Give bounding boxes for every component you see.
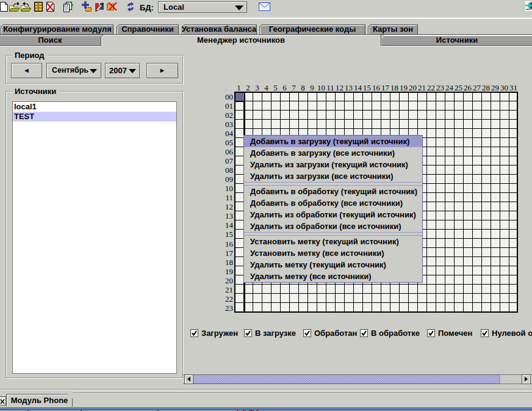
- svg-text:05: 05: [225, 138, 233, 147]
- svg-text:07: 07: [225, 156, 234, 165]
- svg-text:04: 04: [225, 129, 234, 138]
- svg-text:09: 09: [225, 175, 233, 184]
- svg-text:24: 24: [445, 83, 454, 92]
- svg-text:4: 4: [264, 83, 268, 92]
- svg-text:10: 10: [225, 184, 233, 193]
- svg-text:21: 21: [418, 83, 426, 92]
- svg-text:12: 12: [336, 83, 343, 92]
- svg-text:Менеджер источников: Менеджер источников: [197, 35, 285, 45]
- svg-text:13: 13: [225, 211, 233, 220]
- svg-text:3: 3: [255, 83, 259, 92]
- svg-text:Справочники: Справочники: [121, 24, 174, 34]
- svg-text:Конфигурирование модуля: Конфигурирование модуля: [3, 24, 112, 34]
- svg-text:21: 21: [225, 285, 233, 294]
- svg-text:30: 30: [500, 83, 508, 92]
- svg-text:31: 31: [509, 83, 517, 92]
- svg-text:01: 01: [225, 101, 233, 111]
- svg-text:27: 27: [473, 83, 481, 92]
- svg-text:18: 18: [225, 258, 233, 267]
- svg-text:11: 11: [326, 83, 334, 92]
- svg-text:00: 00: [225, 92, 233, 101]
- svg-text:5: 5: [273, 83, 278, 92]
- svg-text:11: 11: [225, 193, 233, 202]
- svg-text:10: 10: [317, 83, 325, 92]
- svg-text:1: 1: [237, 83, 241, 92]
- svg-text:25: 25: [455, 83, 462, 92]
- svg-text:28: 28: [482, 83, 490, 92]
- svg-text:08: 08: [225, 165, 233, 175]
- svg-text:Карты зон: Карты зон: [373, 24, 413, 34]
- svg-text:8: 8: [301, 83, 305, 92]
- svg-text:17: 17: [381, 83, 390, 92]
- svg-text:9: 9: [310, 83, 314, 92]
- svg-text:20: 20: [225, 276, 233, 285]
- svg-text:Установка баланса: Установка баланса: [182, 24, 257, 34]
- svg-text:22: 22: [225, 294, 233, 304]
- svg-text:23: 23: [436, 83, 444, 92]
- svg-text:19: 19: [225, 267, 233, 276]
- svg-text:17: 17: [225, 249, 234, 258]
- svg-text:14: 14: [225, 220, 234, 230]
- svg-text:15: 15: [363, 83, 371, 92]
- svg-text:Источники: Источники: [436, 35, 478, 45]
- svg-text:02: 02: [225, 111, 233, 120]
- svg-text:13: 13: [345, 83, 353, 92]
- svg-text:15: 15: [225, 230, 233, 239]
- svg-text:14: 14: [354, 83, 362, 92]
- svg-text:26: 26: [464, 83, 472, 92]
- svg-text:23: 23: [225, 304, 233, 313]
- svg-text:7: 7: [292, 83, 296, 92]
- svg-text:03: 03: [225, 120, 233, 129]
- svg-text:16: 16: [225, 239, 234, 249]
- svg-text:12: 12: [225, 202, 233, 211]
- svg-text:16: 16: [372, 83, 381, 92]
- svg-text:Географические коды: Географические коды: [269, 24, 356, 34]
- svg-text:6: 6: [282, 83, 287, 92]
- svg-text:29: 29: [491, 83, 499, 92]
- svg-text:18: 18: [390, 83, 398, 92]
- svg-text:2: 2: [246, 83, 250, 92]
- svg-text:20: 20: [409, 83, 417, 92]
- svg-text:06: 06: [225, 147, 234, 156]
- svg-text:19: 19: [400, 83, 408, 92]
- svg-text:22: 22: [427, 83, 435, 92]
- svg-text:Поиск: Поиск: [38, 35, 62, 45]
